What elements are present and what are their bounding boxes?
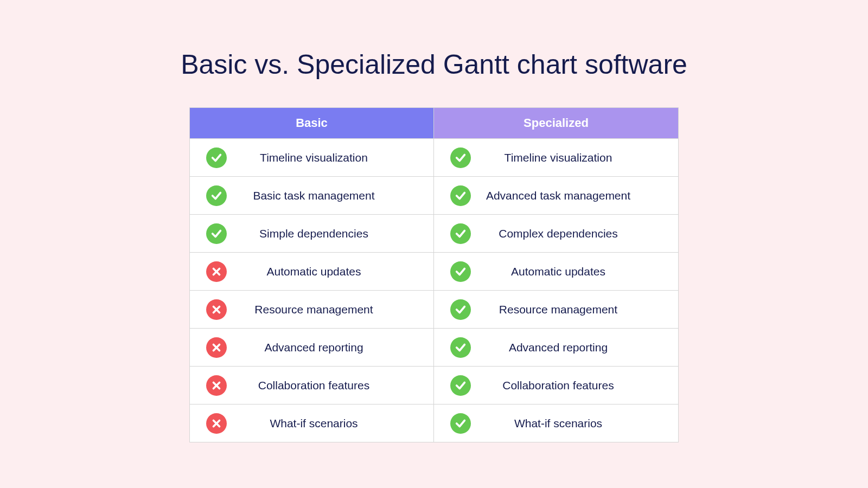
- row-label: Simple dependencies: [227, 227, 433, 240]
- row-label: Collaboration features: [227, 379, 433, 392]
- check-icon: [450, 413, 471, 434]
- column-header-basic: Basic: [190, 108, 433, 138]
- row-label: Collaboration features: [471, 379, 678, 392]
- row-label: Advanced reporting: [471, 341, 678, 354]
- check-icon: [206, 147, 227, 168]
- row-label: Advanced reporting: [227, 341, 433, 354]
- check-icon: [450, 375, 471, 396]
- column-header-specialized: Specialized: [434, 108, 678, 138]
- row-label: Basic task management: [227, 189, 433, 202]
- row-label: Automatic updates: [471, 265, 678, 278]
- check-icon: [450, 223, 471, 244]
- row-label: Resource management: [227, 303, 433, 316]
- column-basic: Basic Timeline visualizationBasic task m…: [190, 108, 434, 442]
- table-row: Timeline visualization: [190, 138, 433, 176]
- check-icon: [450, 147, 471, 168]
- table-row: Resource management: [434, 290, 678, 328]
- table-row: Collaboration features: [190, 366, 433, 404]
- check-icon: [450, 185, 471, 206]
- table-row: Advanced reporting: [190, 328, 433, 366]
- cross-icon: [206, 261, 227, 282]
- check-icon: [206, 185, 227, 206]
- table-row: Automatic updates: [190, 252, 433, 290]
- check-icon: [450, 261, 471, 282]
- table-row: Advanced task management: [434, 176, 678, 214]
- table-row: Automatic updates: [434, 252, 678, 290]
- table-row: Resource management: [190, 290, 433, 328]
- row-label: Advanced task management: [471, 189, 678, 202]
- row-label: What-if scenarios: [471, 417, 678, 430]
- table-row: Advanced reporting: [434, 328, 678, 366]
- table-row: Collaboration features: [434, 366, 678, 404]
- check-icon: [450, 337, 471, 358]
- check-icon: [206, 223, 227, 244]
- row-label: Resource management: [471, 303, 678, 316]
- row-label: Automatic updates: [227, 265, 433, 278]
- row-label: Timeline visualization: [471, 151, 678, 164]
- table-row: Timeline visualization: [434, 138, 678, 176]
- cross-icon: [206, 375, 227, 396]
- page-title: Basic vs. Specialized Gantt chart softwa…: [181, 49, 687, 80]
- row-label: What-if scenarios: [227, 417, 433, 430]
- comparison-table: Basic Timeline visualizationBasic task m…: [189, 107, 679, 442]
- row-label: Complex dependencies: [471, 227, 678, 240]
- cross-icon: [206, 337, 227, 358]
- check-icon: [450, 299, 471, 320]
- table-row: What-if scenarios: [190, 404, 433, 442]
- row-label: Timeline visualization: [227, 151, 433, 164]
- table-row: Basic task management: [190, 176, 433, 214]
- table-row: Simple dependencies: [190, 214, 433, 252]
- table-row: What-if scenarios: [434, 404, 678, 442]
- cross-icon: [206, 299, 227, 320]
- table-row: Complex dependencies: [434, 214, 678, 252]
- column-specialized: Specialized Timeline visualizationAdvanc…: [434, 108, 678, 442]
- cross-icon: [206, 413, 227, 434]
